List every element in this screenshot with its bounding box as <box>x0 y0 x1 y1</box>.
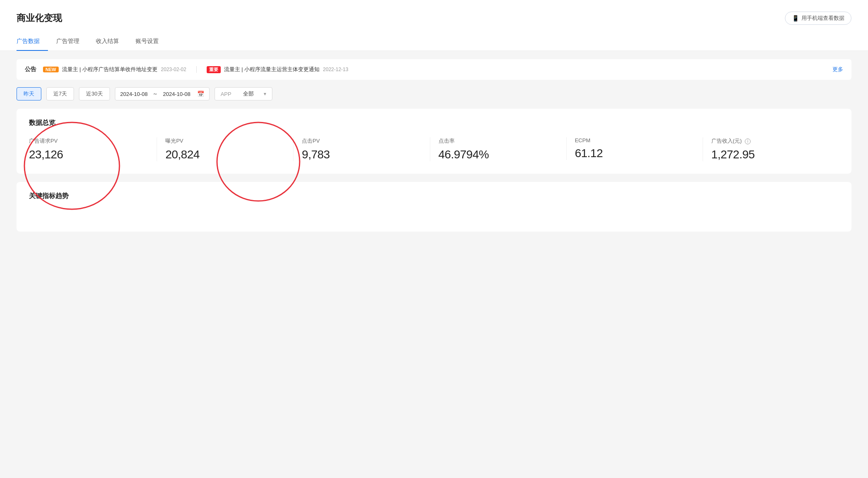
stat-ad-request-pv: 广告请求PV 23,126 <box>29 137 157 161</box>
stat-label-ad-revenue: 广告收入(元) i <box>711 137 831 145</box>
announcement-item-1: NEW 流量主 | 小程序广告结算单收件地址变更 2023-02-02 <box>43 66 186 73</box>
tab-ad-data[interactable]: 广告数据 <box>17 33 48 51</box>
header-top: 商业化变现 📱 用手机端查看数据 <box>17 12 851 25</box>
more-link[interactable]: 更多 <box>832 66 843 73</box>
announcement-label: 公告 <box>25 66 36 73</box>
announcement-text-1[interactable]: 流量主 | 小程序广告结算单收件地址变更 <box>62 66 158 73</box>
stat-label-exposure-pv: 曝光PV <box>165 137 285 145</box>
badge-new: NEW <box>43 67 59 72</box>
page-wrapper: 商业化变现 📱 用手机端查看数据 广告数据 广告管理 收入结算 账号设置 公告 … <box>0 0 868 478</box>
announcement-item-2: 重要 流量主 | 小程序流量主运营主体变更通知 2022-12-13 <box>207 66 348 73</box>
app-filter[interactable]: APP 全部 ▾ <box>215 87 272 100</box>
header-area: 商业化变现 📱 用手机端查看数据 广告数据 广告管理 收入结算 账号设置 <box>0 0 868 51</box>
phone-icon: 📱 <box>792 15 799 22</box>
info-icon-revenue[interactable]: i <box>745 139 751 144</box>
stat-value-ecpm: 61.12 <box>575 147 694 160</box>
stat-label-ad-request-pv: 广告请求PV <box>29 137 148 145</box>
content-area: 公告 NEW 流量主 | 小程序广告结算单收件地址变更 2023-02-02 重… <box>0 51 868 248</box>
announcement-date-2: 2022-12-13 <box>323 67 348 72</box>
stat-label-click-pv: 点击PV <box>302 137 421 145</box>
stat-value-ad-revenue: 1,272.95 <box>711 148 831 161</box>
date-range-picker[interactable]: 2024-10-08 ～ 2024-10-08 📅 <box>115 87 210 100</box>
tabs-bar: 广告数据 广告管理 收入结算 账号设置 <box>17 33 851 50</box>
stat-ecpm: ECPM 61.12 <box>566 137 703 160</box>
stat-value-click-pv: 9,783 <box>302 148 421 161</box>
stat-value-exposure-pv: 20,824 <box>165 148 285 161</box>
stat-click-rate: 点击率 46.9794% <box>430 137 566 161</box>
stat-value-ad-request-pv: 23,126 <box>29 148 148 161</box>
filter-yesterday[interactable]: 昨天 <box>17 87 41 100</box>
date-to: 2024-10-08 <box>163 91 191 97</box>
filter-30days[interactable]: 近30天 <box>79 87 110 100</box>
calendar-icon: 📅 <box>197 91 204 97</box>
announcement-text-2[interactable]: 流量主 | 小程序流量主运营主体变更通知 <box>224 66 320 73</box>
stat-exposure-pv: 曝光PV 20,824 <box>157 137 293 161</box>
announcement-date-1: 2023-02-02 <box>161 67 186 72</box>
app-filter-label: APP <box>221 91 231 97</box>
filter-bar: 昨天 近7天 近30天 2024-10-08 ～ 2024-10-08 📅 AP… <box>17 87 851 100</box>
stat-click-pv: 点击PV 9,783 <box>293 137 429 161</box>
app-filter-value: 全部 <box>243 90 254 98</box>
chevron-down-icon: ▾ <box>264 91 266 97</box>
date-separator: ～ <box>153 90 158 98</box>
filter-7days[interactable]: 近7天 <box>46 87 74 100</box>
stats-row: 广告请求PV 23,126 曝光PV 20,824 点击PV 9,783 点击率… <box>29 137 839 161</box>
tab-account[interactable]: 账号设置 <box>136 33 167 51</box>
stats-section-title: 数据总览 <box>29 119 839 127</box>
trend-card: 关键指标趋势 <box>17 182 851 232</box>
announcement-bar: 公告 NEW 流量主 | 小程序广告结算单收件地址变更 2023-02-02 重… <box>17 59 851 80</box>
announcement-divider <box>196 66 197 73</box>
date-from: 2024-10-08 <box>120 91 148 97</box>
stat-label-ecpm: ECPM <box>575 137 694 143</box>
stat-value-click-rate: 46.9794% <box>439 148 558 161</box>
trend-section-title: 关键指标趋势 <box>29 192 839 201</box>
tab-ad-manage[interactable]: 广告管理 <box>56 33 88 51</box>
stats-card-wrapper: 数据总览 广告请求PV 23,126 曝光PV 20,824 点击PV 9,78… <box>17 109 851 174</box>
stat-ad-revenue: 广告收入(元) i 1,272.95 <box>703 137 839 161</box>
mobile-btn-label: 用手机端查看数据 <box>801 14 844 22</box>
page-title: 商业化变现 <box>17 12 62 24</box>
tab-income[interactable]: 收入结算 <box>96 33 127 51</box>
mobile-view-button[interactable]: 📱 用手机端查看数据 <box>785 12 851 25</box>
badge-important: 重要 <box>207 66 221 73</box>
stat-label-click-rate: 点击率 <box>439 137 558 145</box>
stats-card: 数据总览 广告请求PV 23,126 曝光PV 20,824 点击PV 9,78… <box>17 109 851 174</box>
